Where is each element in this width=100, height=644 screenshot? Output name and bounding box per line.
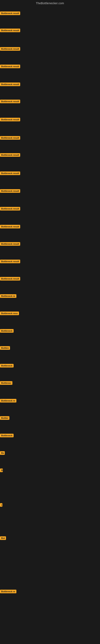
bottleneck-badge: Bottleneck (0, 329, 14, 333)
bottleneck-badge: Bottleneck result (0, 82, 20, 86)
bottleneck-item: | (0, 503, 2, 507)
bottleneck-item: Bottleneck result (0, 153, 20, 157)
bottleneck-badge: Bottleneck result (0, 118, 20, 121)
bottleneck-badge: Bottleneck result (0, 277, 20, 280)
bottleneck-item: Bottleneck result (0, 189, 20, 193)
bottleneck-item: Bottleneck result (0, 207, 20, 210)
bottleneck-badge: Bottleneck re (0, 399, 16, 402)
bottleneck-item: Bottleneck re (0, 590, 16, 593)
bottleneck-badge: Bottleneck result (0, 47, 20, 51)
bottleneck-item: B (0, 468, 3, 472)
bottleneck-item: Bottleneck result (0, 118, 20, 121)
bottleneck-badge: Bot (0, 536, 6, 540)
bottleneck-badge: Bottlen (0, 346, 10, 350)
bottleneck-item: Bottleneck re (0, 399, 16, 402)
bottleneck-item: Bottleneck result (0, 12, 20, 15)
bottleneck-item: Bottleneck result (0, 64, 20, 68)
bottleneck-item: Bo (0, 451, 5, 455)
bottleneck-badge: Bottleneck result (0, 12, 20, 15)
bottleneck-item: Bottleneck result (0, 82, 20, 86)
bottleneck-badge: Bottleneck result (0, 153, 20, 157)
bottleneck-item: Bottleneck result (0, 277, 20, 280)
bottleneck-badge: Bottleneck result (0, 207, 20, 210)
bottleneck-badge: Bo (0, 451, 5, 455)
bottleneck-item: Bottleneck result (0, 100, 20, 103)
bottleneck-badge: Bottleneck (0, 364, 14, 368)
bottleneck-item: Bottler (0, 416, 9, 420)
bottleneck-badge: Bottleneck re (0, 590, 16, 593)
bottleneck-badge: | (0, 503, 2, 507)
bottleneck-badge: Bottler (0, 416, 9, 420)
bottleneck-badge: Bottleneck result (0, 242, 20, 246)
bottleneck-item: Bottleneck (0, 329, 14, 333)
bottleneck-badge: Bottleneck resu (0, 312, 19, 315)
bottleneck-item: Bottleneck result (0, 28, 20, 32)
bottleneck-badge: Bottleneck result (0, 172, 20, 175)
bottleneck-badge: Bottleneck result (0, 100, 20, 103)
bottleneck-badge: Bottleneck result (0, 260, 20, 263)
bottleneck-item: Bottleneck (0, 434, 14, 437)
bottleneck-item: Bot (0, 536, 6, 540)
bottleneck-badge: Bottleneck result (0, 225, 20, 228)
page-title: TheBottlenecker.com (0, 0, 100, 6)
bottleneck-item: Bottleneck result (0, 136, 20, 140)
bottleneck-item: Bottleneck result (0, 47, 20, 51)
bottleneck-item: Bottlen (0, 346, 10, 350)
bottleneck-badge: Bottleneck result (0, 136, 20, 140)
bottleneck-item: Bottleneck result (0, 260, 20, 263)
bottleneck-item: Bottleneck result (0, 225, 20, 228)
bottleneck-item: Bottleneck result (0, 242, 20, 246)
bottleneck-badge: Bottleneck re (0, 294, 16, 298)
bottleneck-badge: Bottleneck (0, 434, 14, 437)
bottleneck-badge: Bottleneck result (0, 28, 20, 32)
bottleneck-item: Bottleneck resu (0, 312, 19, 315)
bottleneck-badge: Bottleneck result (0, 189, 20, 193)
bottleneck-item: Bottlenec (0, 381, 12, 385)
bottleneck-badge: Bottlenec (0, 381, 12, 385)
bottleneck-item: Bottleneck re (0, 294, 16, 298)
bottleneck-badge: B (0, 468, 3, 472)
bottleneck-item: Bottleneck (0, 364, 14, 368)
bottleneck-item: Bottleneck result (0, 172, 20, 175)
bottleneck-badge: Bottleneck result (0, 64, 20, 68)
